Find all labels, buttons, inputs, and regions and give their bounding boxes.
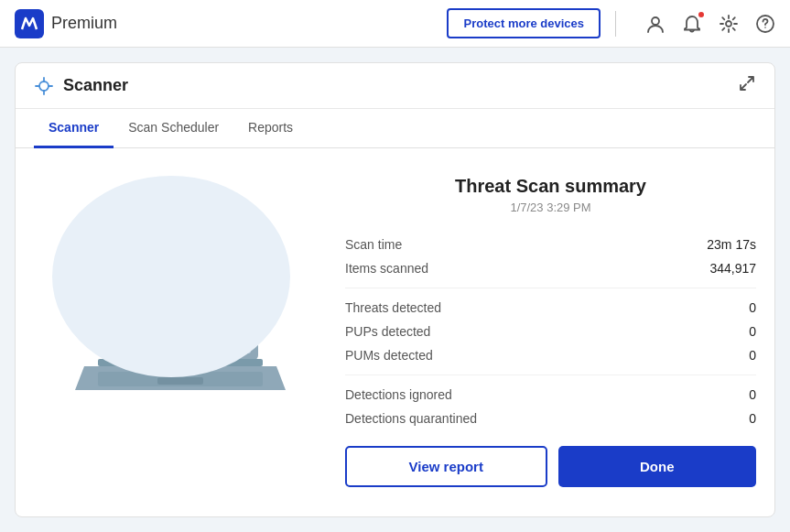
malwarebytes-logo-icon: [15, 9, 44, 38]
view-report-button[interactable]: View report: [345, 446, 547, 487]
items-scanned-row: Items scanned 344,917: [345, 256, 756, 280]
pups-detected-label: PUPs detected: [345, 324, 430, 339]
collapse-icon: [738, 74, 756, 92]
topbar-divider: [615, 11, 616, 37]
account-icon-button[interactable]: [645, 14, 666, 34]
tab-scanner[interactable]: Scanner: [34, 109, 114, 148]
svg-point-1: [652, 17, 659, 25]
items-scanned-label: Items scanned: [345, 261, 428, 276]
detections-quarantined-value: 0: [749, 411, 756, 426]
scanner-icon: [34, 76, 54, 96]
svg-rect-16: [157, 377, 203, 385]
done-button[interactable]: Done: [558, 446, 757, 487]
laptop-background-blob: [52, 176, 290, 377]
scan-time-value: 23m 17s: [707, 237, 756, 252]
logo-area: Premium: [15, 9, 117, 38]
summary-area: Threat Scan summary 1/7/23 3:29 PM Scan …: [345, 167, 756, 491]
tab-scan-scheduler[interactable]: Scan Scheduler: [114, 109, 233, 148]
detections-quarantined-label: Detections quarantined: [345, 411, 477, 426]
scan-time-label: Scan time: [345, 237, 402, 252]
summary-date: 1/7/23 3:29 PM: [345, 201, 756, 214]
notification-wrapper: [682, 14, 702, 34]
detections-ignored-value: 0: [749, 387, 756, 402]
pups-detected-row: PUPs detected 0: [345, 320, 756, 343]
pums-detected-value: 0: [749, 348, 756, 363]
scan-time-row: Scan time 23m 17s: [345, 233, 756, 256]
panel-title-row: Scanner: [34, 76, 128, 96]
svg-point-4: [764, 27, 766, 28]
brand-label: Premium: [51, 14, 117, 33]
content-area: Threat Scan summary 1/7/23 3:29 PM Scan …: [16, 148, 774, 509]
button-row: View report Done: [345, 446, 756, 491]
topbar-icons: [645, 14, 775, 34]
threats-detected-row: Threats detected 0: [345, 296, 756, 320]
divider-2: [345, 375, 756, 375]
pups-detected-value: 0: [749, 324, 756, 339]
panel-header: Scanner: [16, 63, 774, 109]
collapse-button[interactable]: [738, 74, 756, 97]
account-icon: [645, 14, 666, 34]
tab-reports[interactable]: Reports: [233, 109, 308, 148]
tabs-bar: Scanner Scan Scheduler Reports: [16, 109, 774, 148]
illustration-area: [34, 167, 327, 491]
settings-icon: [719, 14, 739, 34]
pums-detected-row: PUMs detected 0: [345, 343, 756, 367]
threats-detected-value: 0: [749, 300, 756, 315]
main-panel: Scanner Scanner Scan Scheduler Reports: [15, 62, 775, 517]
svg-point-2: [726, 21, 731, 27]
summary-title: Threat Scan summary: [345, 176, 756, 197]
settings-icon-button[interactable]: [719, 14, 739, 34]
protect-more-devices-button[interactable]: Protect more devices: [447, 8, 601, 38]
help-icon: [755, 14, 775, 34]
detections-quarantined-row: Detections quarantined 0: [345, 407, 756, 430]
notification-badge: [697, 10, 706, 19]
detections-ignored-label: Detections ignored: [345, 387, 452, 402]
detections-ignored-row: Detections ignored 0: [345, 383, 756, 407]
panel-title: Scanner: [63, 76, 128, 95]
help-icon-button[interactable]: [755, 14, 775, 34]
threats-detected-label: Threats detected: [345, 300, 441, 315]
divider-1: [345, 288, 756, 288]
topbar: Premium Protect more devices: [0, 0, 790, 48]
svg-point-5: [39, 81, 49, 91]
items-scanned-value: 344,917: [709, 261, 756, 276]
pums-detected-label: PUMs detected: [345, 348, 433, 363]
